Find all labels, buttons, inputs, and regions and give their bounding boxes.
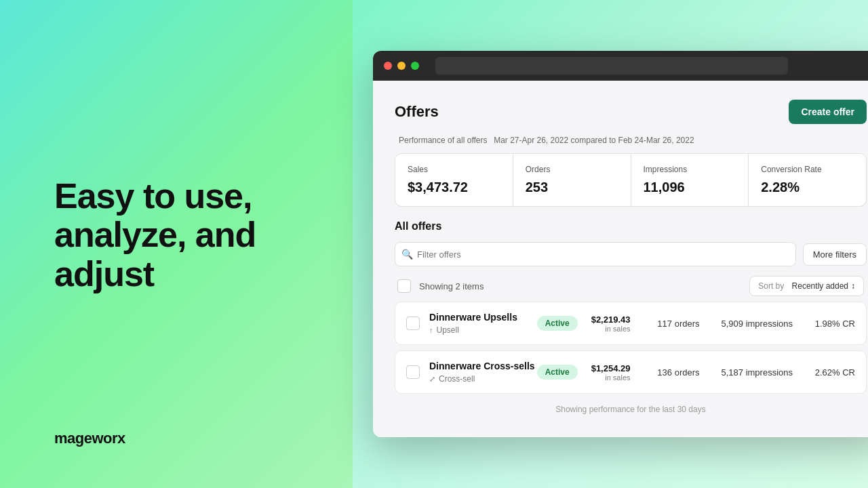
app-content: Offers Create offer Performance of all o… [373,81,868,437]
stat-label: Conversion Rate [761,165,854,174]
offer-type-icon: ⤢ [429,375,435,384]
stats-grid: Sales $3,473.72 Orders 253 Impressions 1… [395,153,867,207]
select-all-checkbox[interactable] [397,279,411,293]
offer-info: Dinnerware Upsells ↑ Upsell [429,312,537,335]
hero-title: Easy to use, analyze, and adjust [54,177,312,293]
stat-label: Impressions [644,165,736,174]
stat-card: Orders 253 [513,154,631,206]
all-offers-title: All offers [395,220,867,232]
offer-info: Dinnerware Cross-sells ⤢ Cross-sell [429,361,537,384]
page-title: Offers [395,103,439,121]
stat-label: Sales [408,165,500,174]
sort-prefix: Sort by [758,281,784,291]
stat-value: 2.28% [761,180,854,195]
url-bar[interactable] [435,57,788,75]
search-input[interactable] [395,242,796,266]
offers-list: Dinnerware Upsells ↑ Upsell Active $2,21… [395,302,867,394]
offer-cr: 1.98% CR [814,319,855,329]
brand-logo: mageworx [54,430,312,447]
offer-type-label: Upsell [437,325,459,335]
offer-name: Dinnerware Cross-sells [429,361,537,371]
stat-value: 253 [526,180,618,195]
offer-stats: $1,254.29 in sales 136 orders 5,187 impr… [591,363,855,382]
stat-card: Impressions 11,096 [631,154,749,206]
offers-list-header: Showing 2 items Sort by Recently added ↕ [395,276,867,296]
offer-row: Dinnerware Cross-sells ⤢ Cross-sell Acti… [395,350,867,394]
offer-sales: $2,219.43 in sales [591,314,631,333]
offer-type: ⤢ Cross-sell [429,374,537,384]
more-filters-button[interactable]: More filters [803,243,867,266]
offer-cr: 2.62% CR [814,367,855,378]
filter-row: 🔍 More filters [395,242,867,266]
offer-name: Dinnerware Upsells [429,312,537,323]
sort-dropdown[interactable]: Sort by Recently added ↕ [749,276,864,296]
offer-impressions: 5,187 impressions [722,367,793,378]
offer-orders: 117 orders [652,319,700,329]
stat-value: $3,473.72 [408,180,500,195]
search-icon: 🔍 [401,249,413,260]
offer-checkbox[interactable] [406,317,420,330]
browser-window: Offers Create offer Performance of all o… [373,51,868,437]
stat-card: Sales $3,473.72 [395,154,513,206]
browser-titlebar [373,51,868,81]
maximize-icon[interactable] [411,62,419,70]
sort-chevron-icon: ↕ [851,281,855,291]
offer-sales: $1,254.29 in sales [591,363,631,382]
offer-checkbox[interactable] [406,365,420,379]
create-offer-button[interactable]: Create offer [789,100,867,124]
showing-count: Showing 2 items [419,281,749,291]
status-badge: Active [537,365,578,380]
footer-note: Showing performance for the last 30 days [395,405,867,414]
left-panel: Easy to use, analyze, and adjust magewor… [0,0,353,488]
minimize-icon[interactable] [397,62,406,70]
stat-value: 11,096 [644,180,736,195]
offer-type: ↑ Upsell [429,325,537,335]
offer-orders: 136 orders [652,367,700,378]
search-container: 🔍 [395,242,796,266]
offer-row: Dinnerware Upsells ↑ Upsell Active $2,21… [395,302,867,345]
status-badge: Active [537,316,578,331]
offer-impressions: 5,909 impressions [722,319,793,329]
offer-stats: $2,219.43 in sales 117 orders 5,909 impr… [591,314,855,333]
right-panel: Offers Create offer Performance of all o… [353,0,868,488]
performance-label: Performance of all offers Mar 27-Apr 26,… [395,135,867,145]
hero-text-block: Easy to use, analyze, and adjust [54,177,312,293]
stat-card: Conversion Rate 2.28% [749,154,866,206]
close-icon[interactable] [384,62,392,70]
offer-type-label: Cross-sell [439,374,475,384]
offer-type-icon: ↑ [429,326,433,334]
sort-value: Recently added [792,281,848,291]
app-header: Offers Create offer [395,100,867,124]
stat-label: Orders [526,165,618,174]
